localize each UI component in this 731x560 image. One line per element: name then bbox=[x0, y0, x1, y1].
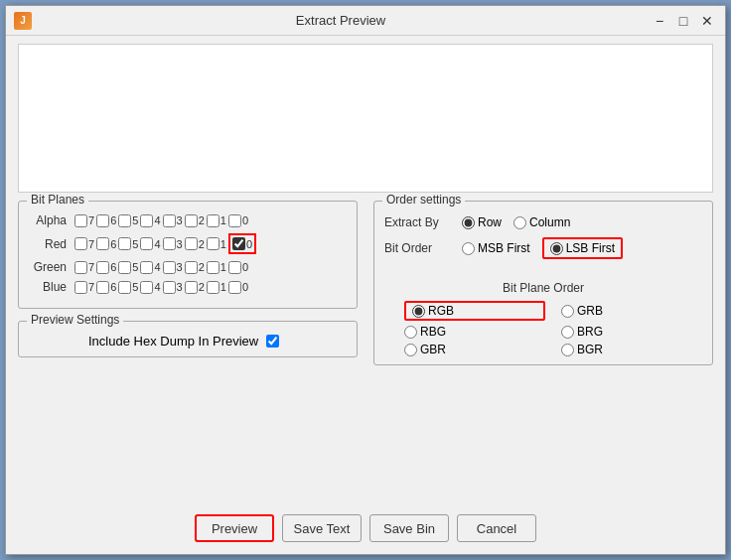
hex-dump-checkbox[interactable] bbox=[266, 335, 279, 348]
msb-first-label: MSB First bbox=[478, 241, 530, 255]
green-cb-4[interactable] bbox=[140, 261, 153, 274]
alpha-cb-0[interactable] bbox=[228, 214, 241, 227]
bit-order-row: Bit Order MSB First LSB First bbox=[384, 237, 702, 259]
blue-bit-7: 7 bbox=[74, 281, 94, 294]
red-cb-1[interactable] bbox=[207, 237, 219, 250]
alpha-bit-4: 4 bbox=[140, 214, 160, 227]
lsb-first-option-highlighted: LSB First bbox=[542, 237, 623, 259]
green-bit-4: 4 bbox=[140, 261, 160, 274]
red-checkboxes: 7 6 5 4 3 2 1 0 bbox=[74, 233, 256, 254]
alpha-cb-3[interactable] bbox=[163, 214, 176, 227]
blue-bit-6: 6 bbox=[96, 281, 116, 294]
alpha-cb-7[interactable] bbox=[74, 214, 87, 227]
alpha-cb-1[interactable] bbox=[207, 214, 219, 227]
extract-by-row-radio[interactable] bbox=[462, 216, 475, 229]
preview-button[interactable]: Preview bbox=[195, 514, 274, 542]
bpo-rbg-radio[interactable] bbox=[404, 326, 417, 339]
maximize-button[interactable]: □ bbox=[673, 12, 693, 30]
red-cb-0[interactable] bbox=[232, 237, 245, 250]
green-bit-6: 6 bbox=[96, 261, 116, 274]
red-cb-6[interactable] bbox=[96, 237, 109, 250]
app-icon: J bbox=[14, 12, 32, 30]
bit-row-blue: Blue 7 6 5 4 3 2 1 0 bbox=[29, 280, 347, 294]
blue-cb-0[interactable] bbox=[228, 281, 241, 294]
bit-plane-order-title: Bit Plane Order bbox=[384, 281, 702, 295]
bpo-gbr-radio[interactable] bbox=[404, 344, 417, 356]
red-bit-1: 1 bbox=[207, 237, 226, 250]
green-cb-5[interactable] bbox=[118, 261, 131, 274]
green-bit-2: 2 bbox=[185, 261, 205, 274]
green-bit-0: 0 bbox=[228, 261, 248, 274]
alpha-bit-6: 6 bbox=[96, 214, 116, 227]
bpo-grb-option: GRB bbox=[561, 301, 702, 321]
alpha-bit-7: 7 bbox=[74, 214, 94, 227]
alpha-cb-2[interactable] bbox=[185, 214, 198, 227]
bpo-brg-option: BRG bbox=[561, 325, 702, 339]
green-cb-1[interactable] bbox=[207, 261, 219, 274]
bpo-brg-label: BRG bbox=[577, 325, 603, 339]
alpha-label: Alpha bbox=[29, 213, 71, 227]
bpo-brg-radio[interactable] bbox=[561, 326, 574, 339]
red-cb-2[interactable] bbox=[185, 237, 198, 250]
extract-by-column-option: Column bbox=[513, 215, 570, 229]
blue-checkboxes: 7 6 5 4 3 2 1 0 bbox=[74, 281, 248, 294]
red-cb-4[interactable] bbox=[140, 237, 153, 250]
alpha-bit-5: 5 bbox=[118, 214, 138, 227]
extract-by-column-label: Column bbox=[529, 215, 570, 229]
green-cb-6[interactable] bbox=[96, 261, 109, 274]
blue-bit-1: 1 bbox=[207, 281, 226, 294]
blue-cb-1[interactable] bbox=[207, 281, 219, 294]
close-button[interactable]: ✕ bbox=[697, 12, 717, 30]
blue-bit-4: 4 bbox=[140, 281, 160, 294]
bit-order-radios: MSB First LSB First bbox=[462, 237, 623, 259]
red-cb-5[interactable] bbox=[118, 237, 131, 250]
main-window: J Extract Preview − □ ✕ Bit Planes Alpha bbox=[5, 5, 726, 555]
red-bit-6: 6 bbox=[96, 237, 116, 250]
blue-cb-4[interactable] bbox=[140, 281, 153, 294]
bpo-bgr-radio[interactable] bbox=[561, 344, 574, 356]
extract-by-column-radio[interactable] bbox=[513, 216, 526, 229]
alpha-cb-4[interactable] bbox=[140, 214, 153, 227]
alpha-bit-0: 0 bbox=[228, 214, 248, 227]
red-label: Red bbox=[29, 237, 71, 251]
bpo-grb-label: GRB bbox=[577, 304, 603, 318]
green-checkboxes: 7 6 5 4 3 2 1 0 bbox=[74, 261, 248, 274]
red-cb-3[interactable] bbox=[163, 237, 176, 250]
alpha-bit-2: 2 bbox=[185, 214, 205, 227]
blue-cb-7[interactable] bbox=[74, 281, 87, 294]
red-bit-4: 4 bbox=[140, 237, 160, 250]
extract-by-row: Extract By Row Column bbox=[384, 215, 702, 229]
bottom-bar: Preview Save Text Save Bin Cancel bbox=[6, 504, 725, 554]
bit-planes-content: Alpha 7 6 5 4 3 2 1 0 bbox=[29, 213, 347, 294]
blue-cb-3[interactable] bbox=[163, 281, 176, 294]
window-title: Extract Preview bbox=[32, 13, 650, 28]
minimize-button[interactable]: − bbox=[650, 12, 669, 30]
alpha-bit-3: 3 bbox=[163, 214, 183, 227]
alpha-cb-5[interactable] bbox=[118, 214, 131, 227]
save-text-button[interactable]: Save Text bbox=[282, 514, 362, 542]
blue-cb-2[interactable] bbox=[185, 281, 198, 294]
bpo-rgb-label: RGB bbox=[428, 304, 454, 318]
red-cb-7[interactable] bbox=[74, 237, 87, 250]
save-bin-button[interactable]: Save Bin bbox=[369, 514, 449, 542]
titlebar: J Extract Preview − □ ✕ bbox=[6, 6, 725, 36]
preview-display bbox=[18, 44, 713, 193]
green-cb-7[interactable] bbox=[74, 261, 87, 274]
blue-cb-5[interactable] bbox=[118, 281, 131, 294]
red-bit-2: 2 bbox=[185, 237, 205, 250]
order-settings-title: Order settings bbox=[382, 193, 465, 207]
green-bit-1: 1 bbox=[207, 261, 226, 274]
blue-cb-6[interactable] bbox=[96, 281, 109, 294]
bpo-rgb-radio[interactable] bbox=[412, 305, 425, 318]
extract-by-radios: Row Column bbox=[462, 215, 570, 229]
bit-row-alpha: Alpha 7 6 5 4 3 2 1 0 bbox=[29, 213, 347, 227]
lsb-first-radio[interactable] bbox=[550, 242, 563, 255]
green-cb-3[interactable] bbox=[163, 261, 176, 274]
alpha-cb-6[interactable] bbox=[96, 214, 109, 227]
green-cb-2[interactable] bbox=[185, 261, 198, 274]
bpo-grb-radio[interactable] bbox=[561, 305, 574, 318]
green-cb-0[interactable] bbox=[228, 261, 241, 274]
msb-first-radio[interactable] bbox=[462, 242, 475, 255]
cancel-button[interactable]: Cancel bbox=[457, 514, 536, 542]
bit-row-green: Green 7 6 5 4 3 2 1 0 bbox=[29, 260, 347, 274]
